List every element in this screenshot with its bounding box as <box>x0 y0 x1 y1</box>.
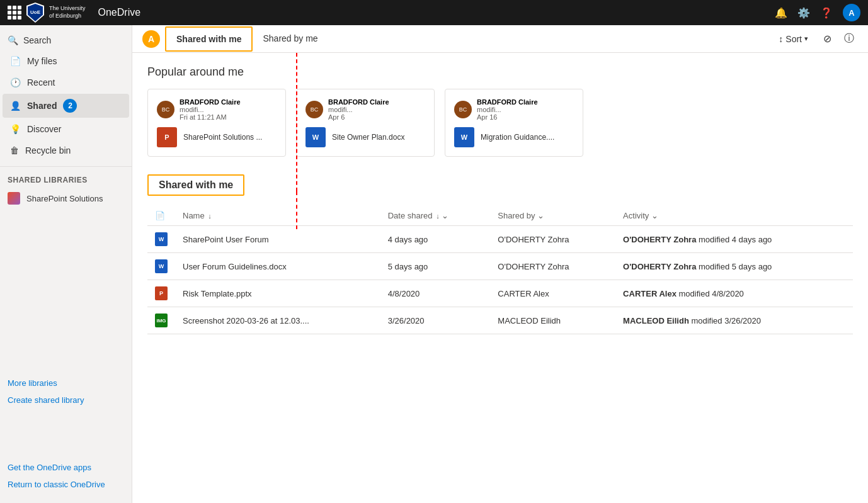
annotation-a-badge: A <box>142 30 160 48</box>
bell-icon[interactable]: 🔔 <box>775 7 787 19</box>
sidebar-item-recycle-bin[interactable]: 🗑 Recycle bin <box>3 140 129 161</box>
card-2-name: Site Owner Plan.docx <box>332 133 404 142</box>
discover-label: Discover <box>27 124 61 134</box>
card-3-meta: BC BRADFORD Claire modifi... Apr 16 <box>454 98 574 121</box>
sidebar-divider <box>0 166 132 167</box>
sidebar-item-shared[interactable]: 👤 Shared 2 <box>3 94 129 118</box>
card-1-name: SharePoint Solutions ... <box>183 133 262 142</box>
more-libraries-link[interactable]: More libraries <box>0 375 132 392</box>
th-shared-by[interactable]: Shared by ⌄ <box>490 206 615 226</box>
recycle-bin-icon: 🗑 <box>10 145 19 155</box>
recent-label: Recent <box>27 77 55 88</box>
card-3-avatar: BC <box>454 101 472 118</box>
th-activity-label: Activity <box>623 211 649 220</box>
card-3-icon-row: W Migration Guidance.... <box>454 127 574 147</box>
tab-shared-with-me[interactable]: Shared with me <box>165 26 253 52</box>
sharepoint-icon <box>8 192 20 205</box>
tab-shared-by-me[interactable]: Shared by me <box>253 27 328 51</box>
th-activity[interactable]: Activity ⌄ <box>615 206 853 226</box>
word-file-icon-3: W <box>454 127 474 147</box>
discover-icon: 💡 <box>10 124 21 134</box>
shared-by-chevron: ⌄ <box>537 211 544 220</box>
th-name-label: Name <box>183 211 205 220</box>
activity-chevron: ⌄ <box>651 211 658 220</box>
sort-label: Sort <box>785 34 802 44</box>
row-2-activity-rest: modified 5 days ago <box>696 262 772 271</box>
search-button[interactable]: 🔍 Search <box>0 30 132 50</box>
row-1-icon-cell: W <box>147 226 175 253</box>
main-content-area: A Shared with me Shared by me ↕ Sort ▾ ⊘… <box>132 25 868 503</box>
card-2-avatar: BC <box>306 101 323 118</box>
word-icon-row-1: W <box>155 232 168 246</box>
filter-icon[interactable]: ⊘ <box>819 29 835 48</box>
row-2-name: User Forum Guidelines.docx <box>175 253 380 280</box>
card-3-author: BRADFORD Claire <box>477 98 538 106</box>
popular-card-2[interactable]: BC BRADFORD Claire modifi... Apr 6 W Sit… <box>296 89 435 157</box>
waffle-icon[interactable] <box>8 6 21 20</box>
row-4-date: 3/26/2020 <box>380 307 491 334</box>
user-avatar[interactable]: A <box>843 4 860 21</box>
name-sort-arrow: ↓ <box>208 212 212 220</box>
sidebar-item-my-files[interactable]: 📄 My files <box>3 51 129 71</box>
card-3-date: Apr 16 <box>477 113 538 121</box>
popular-card-1[interactable]: BC BRADFORD Claire modifi... Fri at 11:2… <box>147 89 286 157</box>
classic-link[interactable]: Return to classic OneDrive <box>0 476 132 493</box>
university-name: The University of Edinburgh <box>49 5 86 20</box>
sidebar: 🔍 Search 📄 My files 🕐 Recent 👤 Shared 2 … <box>0 25 132 503</box>
my-files-label: My files <box>27 56 57 66</box>
word-file-icon-2: W <box>306 127 326 147</box>
table-row[interactable]: W User Forum Guidelines.docx 5 days ago … <box>147 253 853 280</box>
help-icon[interactable]: ❓ <box>820 7 833 19</box>
settings-icon[interactable]: ⚙️ <box>797 7 810 19</box>
sidebar-library-sharepoint[interactable]: SharePoint Solutions <box>0 188 132 208</box>
sidebar-item-recent[interactable]: 🕐 Recent <box>3 72 129 93</box>
row-3-name: Risk Template.pptx <box>175 280 380 307</box>
content-area: Popular around me BC BRADFORD Claire mod… <box>132 53 868 503</box>
ppt-icon-row-3: P <box>155 286 168 300</box>
card-2-modified: modifi... <box>328 106 389 113</box>
table-body: W SharePoint User Forum 4 days ago O'DOH… <box>147 226 853 334</box>
sort-button[interactable]: ↕ Sort ▾ <box>772 30 814 48</box>
th-name[interactable]: Name ↓ <box>175 206 380 226</box>
row-3-shared-by: CARTER Alex <box>490 280 615 307</box>
table-row[interactable]: P Risk Template.pptx 4/8/2020 CARTER Ale… <box>147 280 853 307</box>
sidebar-item-discover[interactable]: 💡 Discover <box>3 119 129 139</box>
table-row[interactable]: W SharePoint User Forum 4 days ago O'DOH… <box>147 226 853 253</box>
card-1-author-date: BRADFORD Claire modifi... Fri at 11:21 A… <box>180 98 241 121</box>
main-layout: 🔍 Search 📄 My files 🕐 Recent 👤 Shared 2 … <box>0 25 868 503</box>
row-3-activity: CARTER Alex modified 4/8/2020 <box>615 280 853 307</box>
sort-chevron-icon: ▾ <box>804 35 808 43</box>
shared-icon: 👤 <box>10 101 21 111</box>
shared-badge: 2 <box>63 99 77 113</box>
card-3-author-date: BRADFORD Claire modifi... Apr 16 <box>477 98 538 121</box>
recycle-bin-label: Recycle bin <box>25 145 71 155</box>
card-1-modified: modifi... <box>180 106 241 113</box>
shared-label: Shared <box>27 101 57 111</box>
row-4-name: Screenshot 2020-03-26 at 12.03.... <box>175 307 380 334</box>
create-shared-library-link[interactable]: Create shared library <box>0 392 132 409</box>
file-icon-header: 📄 <box>155 211 165 220</box>
date-chevron: ⌄ <box>442 211 448 220</box>
th-date-shared[interactable]: Date shared ↓ ⌄ <box>380 206 491 226</box>
shared-libraries-label: Shared libraries <box>0 172 132 188</box>
th-icon[interactable]: 📄 <box>147 206 175 226</box>
row-1-shared-by: O'DOHERTY Zohra <box>490 226 615 253</box>
th-date-label: Date shared <box>388 211 433 220</box>
row-1-activity-bold: O'DOHERTY Zohra <box>623 235 696 244</box>
sidebar-bottom: More libraries Create shared library Get… <box>0 375 132 498</box>
popular-title: Popular around me <box>147 65 853 79</box>
row-2-activity: O'DOHERTY Zohra modified 5 days ago <box>615 253 853 280</box>
recent-icon: 🕐 <box>10 77 21 88</box>
search-icon: 🔍 <box>8 35 18 45</box>
info-icon[interactable]: ⓘ <box>840 28 858 49</box>
card-2-date: Apr 6 <box>328 113 389 121</box>
app-name: OneDrive <box>98 7 141 18</box>
popular-card-3[interactable]: BC BRADFORD Claire modifi... Apr 16 W Mi… <box>445 89 583 157</box>
card-2-icon-row: W Site Owner Plan.docx <box>306 127 425 147</box>
get-apps-link[interactable]: Get the OneDrive apps <box>0 459 132 476</box>
table-row[interactable]: IMG Screenshot 2020-03-26 at 12.03.... 3… <box>147 307 853 334</box>
table-header: 📄 Name ↓ Date shared ↓ ⌄ Shared by <box>147 206 853 226</box>
row-3-date: 4/8/2020 <box>380 280 491 307</box>
row-2-activity-bold: O'DOHERTY Zohra <box>623 262 696 271</box>
card-1-avatar: BC <box>157 101 174 118</box>
